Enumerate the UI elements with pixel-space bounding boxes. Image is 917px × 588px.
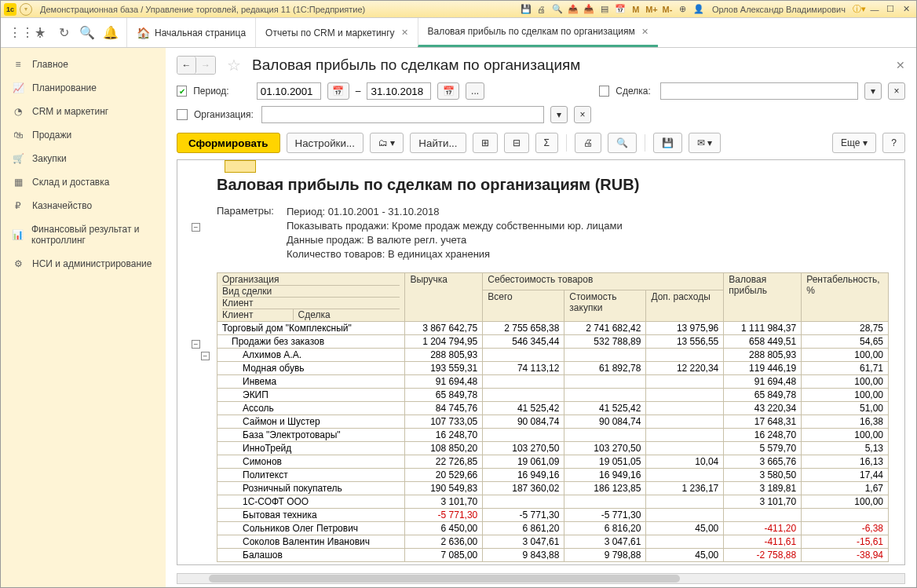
org-clear-icon[interactable]: × <box>574 106 591 123</box>
org-input[interactable] <box>261 106 544 123</box>
table-row[interactable]: Инвема91 694,4891 694,48100,00 <box>217 375 889 389</box>
sidebar: ≡Главное📈Планирование◔CRM и маркетинг🛍Пр… <box>1 48 166 587</box>
tab-home[interactable]: 🏠 Начальная страница <box>126 18 255 47</box>
sum-icon[interactable]: Σ <box>535 133 558 153</box>
page-close-icon[interactable]: ✕ <box>896 59 905 71</box>
tree-collapse-icon[interactable]: − <box>192 340 200 349</box>
bell-icon[interactable]: 🔔 <box>103 25 119 40</box>
maximize-icon[interactable]: ☐ <box>883 2 897 16</box>
table-row[interactable]: Ассоль84 745,7641 525,4241 525,4243 220,… <box>217 402 889 415</box>
favorite-star-icon[interactable]: ☆ <box>227 56 241 75</box>
sidebar-item[interactable]: ◔CRM и маркетинг <box>1 100 166 123</box>
period-dots-button[interactable]: ... <box>466 82 484 100</box>
date-from-input[interactable] <box>257 82 321 100</box>
col-cost: Себестоимость товаров <box>483 273 724 290</box>
search-tool-icon[interactable]: 🔍 <box>79 25 95 40</box>
history-icon[interactable]: ↻ <box>56 25 71 40</box>
table-row[interactable]: База "Электротовары"16 248,7016 248,7010… <box>217 429 889 442</box>
org-dropdown-icon[interactable]: ▾ <box>550 106 568 123</box>
sidebar-item[interactable]: ₽Казначейство <box>1 194 166 217</box>
sidebar-item[interactable]: 🛍Продажи <box>1 123 166 147</box>
table-row[interactable]: Продажи без заказов1 204 794,95546 345,4… <box>217 335 889 349</box>
paste-icon[interactable]: 📥 <box>582 2 596 16</box>
sidebar-item-label: Казначейство <box>32 200 92 211</box>
find-button[interactable]: Найти... <box>410 133 466 153</box>
tree-collapse-icon[interactable]: − <box>201 352 210 360</box>
table-row[interactable]: Алхимов А.А.288 805,93288 805,93100,00 <box>217 349 889 362</box>
tab-gross-profit[interactable]: Валовая прибыль по сделкам по организаци… <box>418 18 658 47</box>
params-label: Параметры: <box>217 205 274 261</box>
table-row[interactable]: Бытовая техника-5 771,30-5 771,30-5 771,… <box>217 509 889 522</box>
tree-collapse-icon[interactable]: − <box>192 223 200 232</box>
deal-input[interactable] <box>660 82 858 100</box>
period-checkbox[interactable]: ✔ <box>177 86 187 97</box>
col-total: Всего <box>483 290 564 321</box>
info-icon[interactable]: ⓘ▾ <box>852 2 866 16</box>
more-button[interactable]: Еще ▾ <box>832 133 876 153</box>
table-row[interactable]: ЭКИП65 849,7865 849,78100,00 <box>217 389 889 402</box>
user-icon: 👤 <box>692 2 706 16</box>
table-row[interactable]: Розничный покупатель190 549,83187 360,02… <box>217 482 889 495</box>
copy-icon[interactable]: 📤 <box>566 2 580 16</box>
date-from-picker-icon[interactable]: 📅 <box>327 82 349 100</box>
sidebar-item-icon: ⚙ <box>12 258 24 269</box>
tab-close-icon[interactable]: ✕ <box>401 27 408 38</box>
table-row[interactable]: Саймон и Шустер107 733,0590 084,7490 084… <box>217 415 889 429</box>
sidebar-item[interactable]: ⚙НСИ и администрирование <box>1 252 166 276</box>
tab-close-icon[interactable]: ✕ <box>641 27 648 37</box>
sidebar-item[interactable]: 📈Планирование <box>1 76 166 100</box>
sidebar-item[interactable]: 📊Финансовый результат и контроллинг <box>1 217 166 252</box>
report-sheet-tab[interactable] <box>225 160 256 173</box>
help-button[interactable]: ? <box>882 133 905 153</box>
settings-button[interactable]: Настройки... <box>287 133 364 153</box>
date-dash: – <box>356 86 361 97</box>
collapse-groups-icon[interactable]: ⊟ <box>504 133 529 153</box>
calendar-icon[interactable]: 📅 <box>613 2 627 16</box>
date-to-picker-icon[interactable]: 📅 <box>437 82 459 100</box>
variants-button[interactable]: 🗂 ▾ <box>370 133 404 153</box>
save-icon[interactable]: 💾 <box>519 2 533 16</box>
table-row[interactable]: Сольников Олег Петрович6 450,006 861,206… <box>217 522 889 535</box>
table-row[interactable]: Балашов7 085,009 843,889 798,8845,00-2 7… <box>217 549 889 562</box>
minimize-icon[interactable]: — <box>868 2 882 16</box>
table-row[interactable]: Политекст20 529,6616 949,1616 949,163 58… <box>217 469 889 482</box>
mem-mminus-icon[interactable]: M- <box>660 2 674 16</box>
deal-dropdown-icon[interactable]: ▾ <box>864 82 882 100</box>
app-menu-drop-icon[interactable]: ▾ <box>20 3 32 16</box>
sidebar-item[interactable]: ▦Склад и доставка <box>1 170 166 194</box>
report-area[interactable]: − − − Валовая прибыль по сделкам по орга… <box>177 159 905 565</box>
apps-grid-icon[interactable]: ⋮⋮⋮ <box>9 25 24 40</box>
table-row[interactable]: Соколов Валентин Иванович2 636,003 047,6… <box>217 535 889 549</box>
favorite-icon[interactable]: ★ <box>32 25 48 40</box>
print-report-icon[interactable]: 🖨 <box>575 133 601 153</box>
org-checkbox[interactable] <box>177 109 188 120</box>
sidebar-item-icon: 🛒 <box>12 153 24 164</box>
nav-back-button[interactable]: ← <box>177 57 196 74</box>
mem-m-icon[interactable]: M <box>629 2 643 16</box>
form-report-button[interactable]: Сформировать <box>177 133 280 153</box>
table-row[interactable]: 1С-СОФТ ООО3 101,703 101,70100,00 <box>217 495 889 509</box>
table-row[interactable]: Модная обувь193 559,3174 113,1261 892,78… <box>217 362 889 375</box>
deal-clear-icon[interactable]: × <box>888 82 905 100</box>
sidebar-item[interactable]: ≡Главное <box>1 53 166 76</box>
mail-report-icon[interactable]: ✉ ▾ <box>689 133 721 153</box>
window-title: Демонстрационная база / Управление торго… <box>40 5 365 14</box>
col-gross: Валовая прибыль <box>724 273 802 322</box>
sidebar-item[interactable]: 🛒Закупки <box>1 147 166 170</box>
close-window-icon[interactable]: ✕ <box>899 2 913 16</box>
print-icon[interactable]: 🖨 <box>535 2 549 16</box>
expand-groups-icon[interactable]: ⊞ <box>473 133 498 153</box>
tab-crm-reports[interactable]: Отчеты по CRM и маркетингу ✕ <box>255 18 417 47</box>
preview-icon[interactable]: 🔍 <box>550 2 564 16</box>
table-row[interactable]: Симонов22 726,8519 061,0919 051,0510,043… <box>217 455 889 469</box>
horizontal-scrollbar[interactable] <box>177 573 905 584</box>
table-row[interactable]: ИнноТрейд108 850,20103 270,50103 270,505… <box>217 442 889 455</box>
mem-mplus-icon[interactable]: M+ <box>645 2 659 16</box>
table-row[interactable]: Торговый дом "Комплексный"3 867 642,752 … <box>217 322 889 335</box>
deal-checkbox[interactable] <box>599 86 609 97</box>
date-to-input[interactable] <box>367 82 431 100</box>
save-report-icon[interactable]: 💾 <box>653 133 682 153</box>
calc-icon[interactable]: ▤ <box>597 2 612 16</box>
preview-report-icon[interactable]: 🔍 <box>608 133 637 153</box>
zoom-icon[interactable]: ⊕ <box>676 2 690 16</box>
